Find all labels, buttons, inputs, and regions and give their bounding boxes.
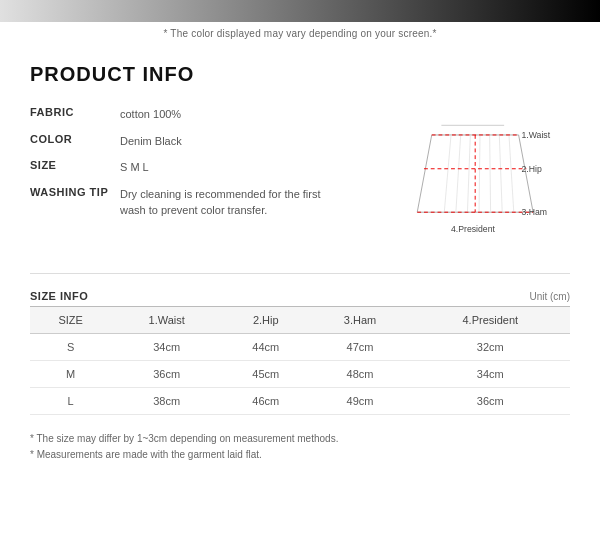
svg-text:3.Ham: 3.Ham [522, 207, 548, 217]
size-notes: * The size may differ by 1~3cm depending… [0, 431, 600, 463]
size-table-cell: 45cm [222, 361, 309, 388]
svg-text:4.President: 4.President [451, 224, 495, 234]
svg-line-3 [417, 135, 431, 212]
svg-line-11 [509, 135, 514, 212]
info-label: COLOR [30, 133, 120, 145]
size-table-head: SIZE1.Waist2.Hip3.Ham4.President [30, 307, 570, 334]
info-label: WASHING TIP [30, 186, 120, 198]
size-table-cell: 38cm [111, 388, 222, 415]
size-note: * The size may differ by 1~3cm depending… [30, 431, 570, 447]
info-value: S M L [120, 159, 149, 176]
size-table-header-cell: 2.Hip [222, 307, 309, 334]
size-table-cell: 44cm [222, 334, 309, 361]
size-table-cell: 36cm [411, 388, 570, 415]
size-table-header-cell: 4.President [411, 307, 570, 334]
size-table: SIZE1.Waist2.Hip3.Ham4.President S34cm44… [30, 306, 570, 415]
svg-line-5 [444, 135, 451, 212]
size-table-header-cell: 3.Ham [309, 307, 410, 334]
svg-line-6 [456, 135, 461, 212]
svg-line-9 [490, 135, 491, 212]
size-table-cell: M [30, 361, 111, 388]
size-table-header-row: SIZE1.Waist2.Hip3.Ham4.President [30, 307, 570, 334]
svg-line-7 [467, 135, 470, 212]
svg-line-10 [499, 135, 502, 212]
size-table-header-cell: SIZE [30, 307, 111, 334]
size-table-row: S34cm44cm47cm32cm [30, 334, 570, 361]
size-note: * Measurements are made with the garment… [30, 447, 570, 463]
size-table-body: S34cm44cm47cm32cmM36cm45cm48cm34cmL38cm4… [30, 334, 570, 415]
info-value: Denim Black [120, 133, 182, 150]
size-table-cell: 32cm [411, 334, 570, 361]
divider [30, 273, 570, 274]
size-info-section: SIZE INFO Unit (cm) SIZE1.Waist2.Hip3.Ha… [0, 290, 600, 415]
product-info-section: PRODUCT INFO FABRICcotton 100%COLORDenim… [0, 63, 600, 249]
svg-line-8 [479, 135, 480, 212]
size-table-row: L38cm46cm49cm36cm [30, 388, 570, 415]
size-table-row: M36cm45cm48cm34cm [30, 361, 570, 388]
info-row: FABRICcotton 100% [30, 106, 390, 123]
size-info-title: SIZE INFO [30, 290, 88, 302]
svg-text:2.Hip: 2.Hip [522, 164, 542, 174]
info-row: SIZES M L [30, 159, 390, 176]
size-table-cell: 46cm [222, 388, 309, 415]
info-row: COLORDenim Black [30, 133, 390, 150]
info-value: Dry cleaning is recommended for the firs… [120, 186, 340, 219]
info-label: SIZE [30, 159, 120, 171]
color-bar [0, 0, 600, 22]
size-table-cell: 48cm [309, 361, 410, 388]
size-table-cell: L [30, 388, 111, 415]
size-table-header-cell: 1.Waist [111, 307, 222, 334]
info-value: cotton 100% [120, 106, 181, 123]
info-label: FABRIC [30, 106, 120, 118]
info-layout: FABRICcotton 100%COLORDenim BlackSIZES M… [30, 106, 570, 249]
size-table-cell: 36cm [111, 361, 222, 388]
size-info-header: SIZE INFO Unit (cm) [30, 290, 570, 302]
svg-text:1.Waist: 1.Waist [522, 130, 551, 140]
size-table-cell: 49cm [309, 388, 410, 415]
skirt-diagram: 1.Waist 2.Hip 3.Ham 4.President [390, 106, 570, 249]
size-table-cell: 47cm [309, 334, 410, 361]
info-table: FABRICcotton 100%COLORDenim BlackSIZES M… [30, 106, 390, 229]
info-row: WASHING TIPDry cleaning is recommended f… [30, 186, 390, 219]
unit-label: Unit (cm) [529, 291, 570, 302]
size-table-cell: 34cm [111, 334, 222, 361]
size-table-cell: S [30, 334, 111, 361]
size-table-cell: 34cm [411, 361, 570, 388]
product-info-title: PRODUCT INFO [30, 63, 570, 86]
color-note: * The color displayed may vary depending… [0, 28, 600, 39]
